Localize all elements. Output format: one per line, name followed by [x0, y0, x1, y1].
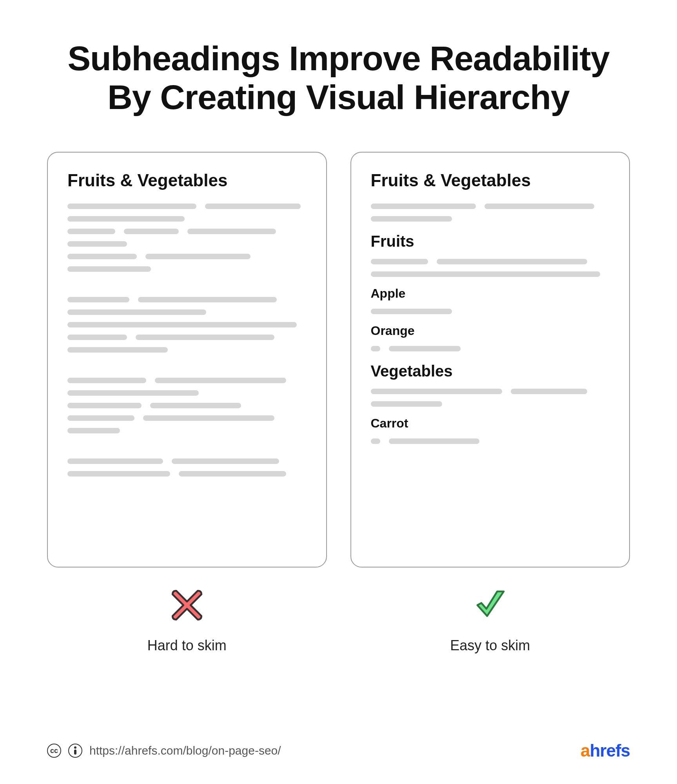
card-left: Fruits & Vegetables — [47, 152, 327, 568]
right-content: Fruits Apple Orange Vegetables Carrot — [371, 204, 610, 444]
logo-letter-a: a — [581, 741, 590, 760]
card-right: Fruits & Vegetables Fruits Apple Orange … — [350, 152, 630, 568]
left-content — [67, 204, 307, 477]
item-apple: Apple — [371, 286, 610, 301]
footer-url: https://ahrefs.com/blog/on-page-seo/ — [89, 744, 281, 757]
cc-icon: cc — [47, 744, 61, 758]
card-right-heading: Fruits & Vegetables — [371, 171, 610, 190]
status-left: Hard to skim — [147, 587, 227, 654]
page-title: Subheadings Improve Readability By Creat… — [47, 39, 630, 116]
svg-point-0 — [74, 746, 76, 749]
subheading-fruits: Fruits — [371, 233, 610, 250]
status-right: Easy to skim — [450, 587, 530, 654]
cross-icon — [169, 587, 205, 623]
attribution-icon — [68, 744, 82, 758]
item-orange: Orange — [371, 324, 610, 338]
card-left-heading: Fruits & Vegetables — [67, 171, 307, 190]
footer: cc https://ahrefs.com/blog/on-page-seo/ … — [47, 741, 630, 760]
subheading-vegetables: Vegetables — [371, 362, 610, 380]
ahrefs-logo: ahrefs — [581, 741, 630, 760]
panel-left: Fruits & Vegetables — [47, 152, 327, 654]
status-left-label: Hard to skim — [147, 637, 227, 654]
panels-row: Fruits & Vegetables — [47, 152, 630, 654]
footer-left: cc https://ahrefs.com/blog/on-page-seo/ — [47, 744, 281, 758]
status-right-label: Easy to skim — [450, 637, 530, 654]
svg-rect-1 — [74, 749, 76, 755]
logo-rest: hrefs — [590, 741, 630, 760]
panel-right: Fruits & Vegetables Fruits Apple Orange … — [350, 152, 630, 654]
item-carrot: Carrot — [371, 416, 610, 431]
check-icon — [472, 587, 508, 623]
